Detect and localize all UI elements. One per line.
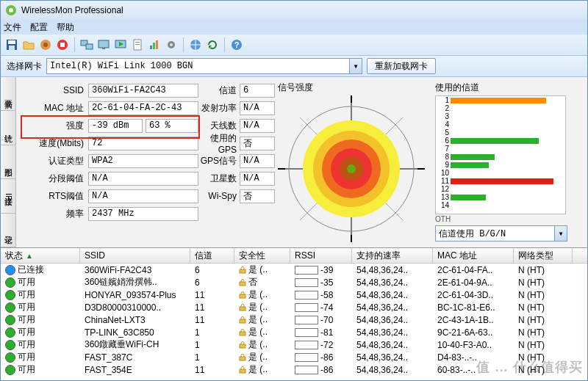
svg-point-6 [43, 43, 48, 47]
details-panel: SSID360WiFi-FA2C43信道6 MAC 地址2C-61-04-FA-… [19, 81, 275, 244]
strength-pct: 63 % [146, 119, 198, 133]
chan-value: 6 [240, 84, 275, 98]
col-sec[interactable]: 安全性 [234, 248, 290, 263]
open-folder-icon[interactable] [22, 38, 35, 51]
channel-mode-combo[interactable]: 信道使用 B/G/N ▾ [435, 225, 567, 242]
channel-bars: 1234567891011121314 [435, 95, 566, 214]
oth-label: OTH [435, 215, 566, 223]
titlebar: WirelessMon Professional [1, 1, 587, 20]
mac-label: MAC 地址 [19, 102, 88, 115]
menu-file[interactable]: 文件 [4, 21, 21, 34]
menu-config[interactable]: 配置 [30, 21, 48, 34]
nic-label: 选择网卡 [7, 60, 42, 73]
strength-dbm: -39 dBm [88, 119, 143, 133]
ant-value: N/A [240, 119, 275, 133]
col-net[interactable]: 网络类型 [514, 248, 573, 263]
toolbar-separator-2 [183, 37, 184, 52]
channel-row: 10 [436, 169, 565, 177]
svg-rect-42 [240, 344, 245, 348]
svg-rect-19 [156, 40, 158, 49]
table-row[interactable]: 可用FAST_387C1是 (..-8654,48,36,24..D4-83-.… [1, 351, 587, 363]
help-icon[interactable]: ? [230, 38, 243, 51]
chevron-down-icon[interactable]: ▾ [349, 59, 362, 73]
channel-row: 14 [436, 201, 565, 209]
rssi-bar [295, 316, 318, 324]
table-row[interactable]: 已连接360WiFi-FA2C436是 (..-3954,48,36,24..2… [1, 264, 587, 276]
status-dot-icon [5, 340, 15, 350]
record-icon[interactable] [39, 38, 52, 51]
col-status[interactable]: 状态▲ [1, 248, 80, 263]
chart-icon[interactable] [148, 38, 161, 51]
nic-row: 选择网卡 Intel(R) WiFi Link 1000 BGN ▾ 重新加载网… [1, 56, 587, 77]
refresh-icon[interactable] [206, 38, 219, 51]
globe-icon[interactable] [189, 38, 202, 51]
svg-rect-43 [240, 357, 245, 360]
auth-value: WPA2 [88, 154, 198, 168]
nic-combo[interactable]: Intel(R) WiFi Link 1000 BGN ▾ [46, 58, 362, 74]
sidetab-graph[interactable]: 图形 [1, 145, 15, 179]
svg-point-35 [347, 164, 356, 173]
wispy-value: 否 [240, 189, 275, 203]
gpss-value: N/A [240, 154, 275, 168]
table-row[interactable]: 可用360链嬪娋滑撰韩..6否-3554,48,36,24..2E-61-04-… [1, 276, 587, 289]
status-dot-icon [5, 277, 15, 288]
status-dot-icon [5, 265, 15, 275]
sat-value: N/A [240, 172, 275, 186]
reload-nic-button[interactable]: 重新加载网卡 [367, 58, 436, 74]
sidetab-stats[interactable]: 统计 [1, 111, 15, 145]
status-dot-icon [5, 290, 15, 300]
col-rssi[interactable]: RSSI [290, 248, 352, 263]
table-row[interactable]: 可用ChinaNet-LXT311是 (..-7054,48,36,24..2C… [1, 313, 587, 326]
toolbar-separator-3 [224, 37, 225, 52]
svg-rect-17 [150, 46, 152, 49]
stop-icon[interactable] [56, 38, 69, 51]
display-icon[interactable] [97, 38, 110, 51]
list-header: 状态▲ SSID 信道 安全性 RSSI 支持的速率 MAC 地址 网络类型 [1, 248, 587, 264]
sidetab-ip[interactable]: 连接 IP [1, 179, 15, 213]
screens-icon[interactable] [80, 38, 93, 51]
col-rate[interactable]: 支持的速率 [352, 248, 433, 263]
svg-rect-11 [98, 40, 109, 48]
table-row[interactable]: 可用TP-LINK_63C8501是 (..-8154,48,36,24..9C… [1, 326, 587, 338]
body-area: 摘要 统计 图形 连接 IP 记录 SSID360WiFi-FA2C43信道6 … [1, 77, 587, 247]
svg-rect-12 [102, 48, 105, 49]
display-play-icon[interactable] [114, 38, 127, 51]
svg-rect-10 [86, 44, 93, 49]
save-icon[interactable] [5, 38, 18, 51]
svg-rect-40 [240, 319, 245, 323]
table-row[interactable]: 可用360鐓藏垂WiFi-CH1是 (..-7254,48,36,24..10-… [1, 338, 587, 351]
rts-label: RTS阈值 [19, 190, 88, 203]
channel-panel: 使用的信道 1234567891011121314 OTH 信道使用 B/G/N… [435, 81, 566, 244]
gear-icon[interactable] [165, 38, 178, 51]
table-row[interactable]: 可用D3D80000310000..11是 (..-7454,48,36,24.… [1, 301, 587, 313]
sidetab-log[interactable]: 记录 [1, 214, 15, 247]
menu-help[interactable]: 帮助 [57, 21, 74, 34]
gps-value: 否 [240, 137, 275, 150]
nic-value: Intel(R) WiFi Link 1000 BGN [50, 61, 193, 71]
app-icon [5, 4, 17, 16]
gpss-label: GPS信号 [198, 155, 240, 167]
sidetab-summary[interactable]: 摘要 [1, 77, 15, 111]
svg-rect-44 [240, 369, 245, 373]
rssi-bar [295, 353, 318, 362]
channel-title: 使用的信道 [435, 81, 566, 94]
col-mac[interactable]: MAC 地址 [433, 248, 514, 263]
channel-row: 9 [436, 161, 565, 169]
svg-rect-41 [240, 332, 245, 335]
channel-row: 1 [436, 96, 565, 104]
report-icon[interactable] [131, 38, 144, 51]
rate-value: 72 [88, 137, 198, 150]
table-row[interactable]: 可用FAST_354E11是 (..-8654,48,36,24..60-83-… [1, 363, 587, 376]
channel-row: 4 [436, 120, 565, 128]
rate-label: 速度(Mbits) [19, 137, 88, 150]
chevron-down-icon[interactable]: ▾ [554, 226, 567, 241]
strength-label: 强度 [19, 120, 88, 132]
svg-rect-3 [8, 40, 15, 44]
ant-label: 天线数 [198, 120, 240, 132]
table-row[interactable]: 可用HONYAR_093574-Plus11是 (..-5854,48,36,2… [1, 289, 587, 301]
col-chan[interactable]: 信道 [190, 248, 234, 263]
col-ssid[interactable]: SSID [80, 248, 190, 263]
txpw-value: N/A [240, 101, 275, 115]
radar-chart [278, 95, 425, 242]
wispy-label: Wi-Spy [198, 191, 240, 201]
